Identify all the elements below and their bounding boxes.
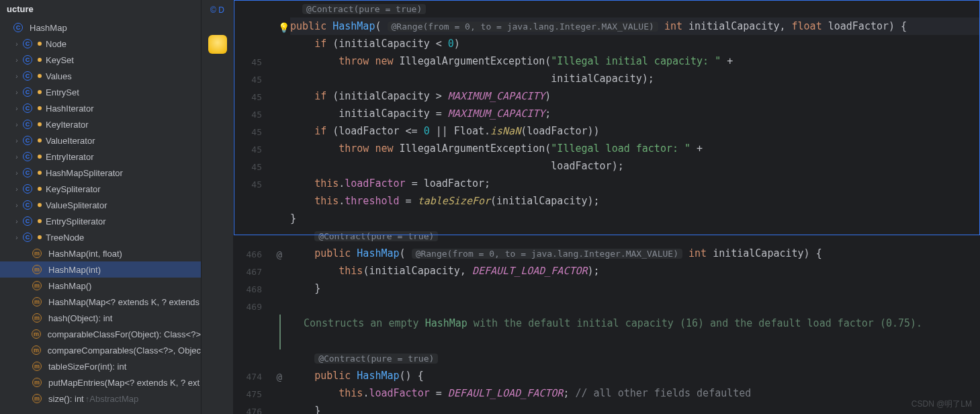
tree-item[interactable]: mHashMap(Map<? extends K, ? extends	[0, 294, 201, 310]
chevron-right-icon[interactable]: ›	[12, 137, 21, 144]
tree-item[interactable]: ›CEntrySpliterator	[0, 213, 201, 229]
chevron-right-icon[interactable]: ›	[12, 218, 21, 225]
tree-item[interactable]: ›CTreeNode	[0, 229, 201, 245]
tree-item-label: HashMap(Map<? extends K, ? extends	[48, 297, 199, 307]
line-number: 474	[234, 368, 271, 386]
tree-item-label: HashMapSpliterator	[46, 168, 123, 178]
line-number	[234, 211, 271, 229]
tree-item[interactable]: ›CValueSpliterator	[0, 197, 201, 213]
chevron-right-icon[interactable]: ›	[12, 153, 21, 161]
line-number	[234, 229, 271, 246]
tree-item-label: HashMap(int)	[48, 265, 101, 275]
method-icon: m	[31, 378, 43, 387]
tree-item[interactable]: mtableSizeFor(int): int	[0, 358, 201, 374]
tree-item-label: hash(Object): int	[48, 313, 112, 323]
tree-item-label: EntryIterator	[46, 152, 94, 162]
method-icon: m	[30, 329, 42, 339]
tree-item-label: size(): int	[48, 394, 84, 404]
tree-item[interactable]: mHashMap()	[0, 278, 201, 294]
inlay-contract: @Contract(pure = true)	[302, 4, 426, 14]
class-icon: C	[21, 39, 34, 48]
tree-item-label: HashIterator	[46, 104, 94, 114]
tree-item[interactable]: ›CEntryIterator	[0, 149, 201, 165]
tree-item[interactable]: ›CEntrySet	[0, 84, 201, 100]
method-icon: m	[31, 265, 43, 274]
tree-item-label: HashMap	[30, 23, 67, 33]
line-number: 45	[234, 106, 271, 124]
visibility-dot-icon	[38, 138, 42, 142]
chevron-right-icon[interactable]: ›	[12, 169, 21, 177]
tree-item-label: Node	[46, 39, 66, 49]
line-number	[234, 1, 271, 19]
tree-item-label: TreeNode	[46, 233, 84, 243]
line-number: 475	[234, 386, 271, 403]
tree-item-label: KeyIterator	[46, 120, 89, 130]
tree-item[interactable]: ›CKeyIterator	[0, 116, 201, 132]
tree-item[interactable]: mcompareComparables(Class<?>, Objec	[0, 342, 201, 358]
chevron-right-icon[interactable]: ›	[12, 40, 21, 48]
class-icon: C	[21, 184, 34, 194]
method-icon: m	[31, 394, 43, 403]
method-icon: m	[30, 345, 42, 355]
chevron-right-icon[interactable]: ›	[12, 121, 21, 128]
tree-item[interactable]: mhash(Object): int	[0, 310, 201, 326]
chevron-right-icon[interactable]: ›	[12, 89, 21, 96]
chevron-right-icon[interactable]: ›	[12, 105, 21, 112]
editor[interactable]: 4545454545454545466467468469474475476 💡 …	[234, 0, 980, 414]
line-gutter: 4545454545454545466467468469474475476	[234, 0, 271, 414]
tree-item[interactable]: ›CKeySet	[0, 52, 201, 68]
class-icon: C	[12, 23, 24, 32]
class-icon: C	[21, 87, 34, 97]
tree-item[interactable]: ›CHashMapSpliterator	[0, 165, 201, 181]
tree-item-label: Values	[46, 71, 72, 81]
visibility-dot-icon	[38, 42, 42, 46]
class-icon: C	[21, 168, 34, 177]
tree-item[interactable]: msize(): int ↑AbstractMap	[0, 390, 201, 407]
tree-item[interactable]: ›CHashIterator	[0, 100, 201, 116]
line-number: 466	[234, 246, 271, 263]
line-number	[234, 351, 271, 368]
tree-item[interactable]: ›CValues	[0, 68, 201, 84]
watermark: CSDN @明了LM	[911, 399, 972, 410]
bulb-icon[interactable]: 💡	[278, 19, 289, 36]
code-area[interactable]: 💡 @Contract(pure = true) public HashMap(…	[271, 0, 980, 414]
line-number: 45	[234, 124, 271, 141]
tree-item-label: ValueSpliterator	[46, 200, 107, 210]
structure-tree[interactable]: CHashMap›CNode›CKeySet›CValues›CEntrySet…	[0, 18, 201, 414]
tree-item-label: comparableClassFor(Object): Class<?>	[48, 329, 201, 339]
tree-item[interactable]: ›CValueIterator	[0, 132, 201, 149]
tree-item[interactable]: mputMapEntries(Map<? extends K, ? ext	[0, 374, 201, 390]
visibility-dot-icon	[38, 106, 42, 110]
tree-item-label: ValueIterator	[46, 136, 95, 146]
line-number	[234, 194, 271, 211]
chevron-right-icon[interactable]: ›	[12, 56, 21, 64]
tree-item[interactable]: ›CKeySpliterator	[0, 181, 201, 197]
class-icon: C	[21, 104, 34, 113]
chevron-right-icon[interactable]: ›	[12, 73, 21, 80]
visibility-dot-icon	[38, 155, 42, 159]
intention-bulb-icon[interactable]	[208, 35, 227, 54]
visibility-dot-icon	[38, 235, 42, 239]
chevron-right-icon[interactable]: ›	[12, 202, 21, 209]
visibility-dot-icon	[38, 171, 42, 175]
tree-item-label: KeySpliterator	[46, 184, 101, 194]
tree-item[interactable]: ›CNode	[0, 36, 201, 52]
tree-item-label: EntrySpliterator	[46, 216, 106, 226]
tree-item[interactable]: mcomparableClassFor(Object): Class<?>	[0, 326, 201, 342]
tree-item[interactable]: CHashMap	[0, 19, 201, 36]
line-number	[234, 316, 271, 333]
method-icon: m	[31, 313, 43, 323]
structure-sidebar: ucture CHashMap›CNode›CKeySet›CValues›CE…	[0, 0, 202, 414]
line-number: 476	[234, 403, 271, 414]
inlay-contract-2: @Contract(pure = true)	[314, 231, 438, 241]
class-icon: C	[21, 136, 34, 145]
chevron-right-icon[interactable]: ›	[12, 185, 21, 193]
visibility-dot-icon	[38, 203, 42, 207]
visibility-dot-icon	[38, 74, 42, 78]
tree-item[interactable]: mHashMap(int)	[0, 261, 201, 278]
tree-item[interactable]: mHashMap(int, float)	[0, 245, 201, 261]
method-icon: m	[31, 249, 43, 258]
inlay-range: @Range(from = 0, to = java.lang.Integer.…	[388, 22, 658, 32]
chevron-right-icon[interactable]: ›	[12, 234, 21, 241]
copilot-badge: © D	[210, 5, 224, 15]
